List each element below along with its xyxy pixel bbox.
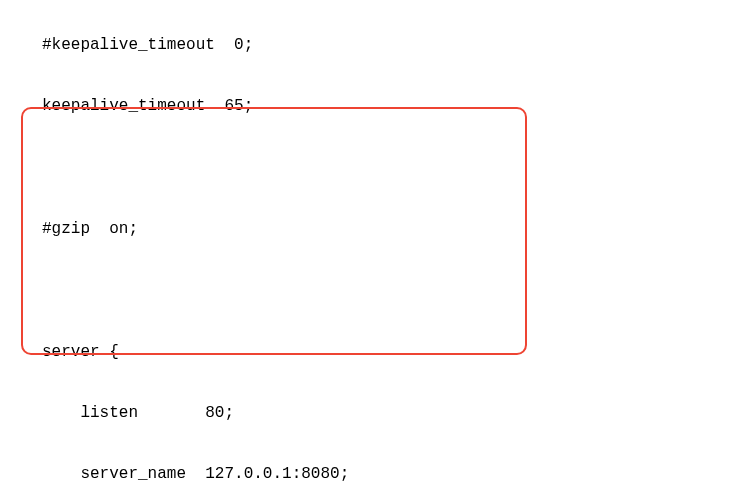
code-line: server {: [42, 342, 637, 362]
code-line: keepalive_timeout 65;: [42, 96, 637, 116]
code-line: [42, 158, 637, 178]
code-line: #gzip on;: [42, 219, 637, 239]
code-line: server_name 127.0.0.1:8080;: [42, 464, 637, 484]
code-block: #keepalive_timeout 0; keepalive_timeout …: [42, 0, 637, 500]
code-line: #keepalive_timeout 0;: [42, 35, 637, 55]
code-line: [42, 280, 637, 300]
code-line: listen 80;: [42, 403, 637, 423]
